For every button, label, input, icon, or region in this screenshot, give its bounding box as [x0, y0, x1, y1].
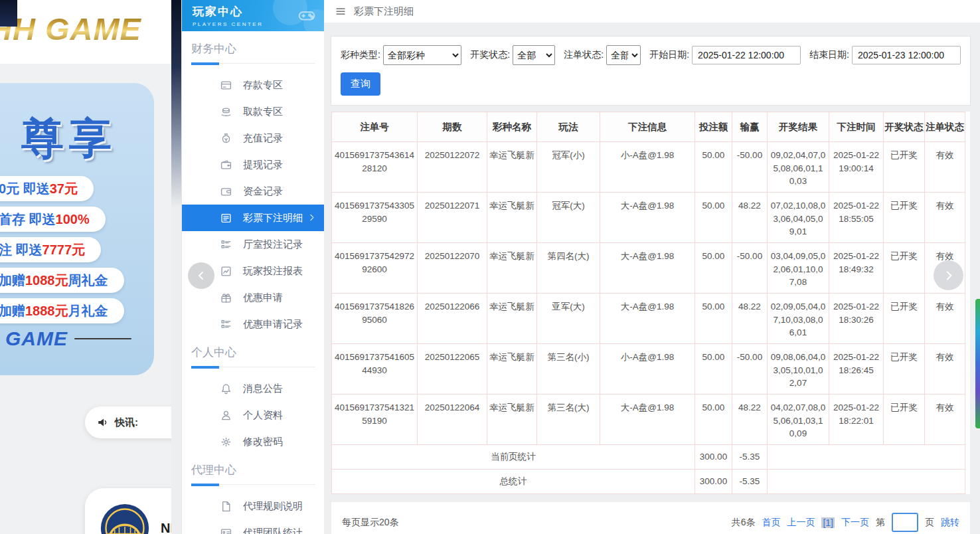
cell-win-loss: 48.22 — [732, 294, 768, 344]
column-header-bet-time: 下注时间 — [829, 112, 884, 142]
summary-bet-total: 300.00 — [695, 470, 732, 494]
total-summary-row: 总统计300.00-5.35 — [332, 470, 965, 494]
section-divider — [191, 63, 315, 64]
withdraw-icon — [220, 106, 232, 118]
cell-order-status: 有效 — [925, 395, 965, 445]
chevron-right-icon — [307, 213, 316, 222]
cell-lottery-name: 幸运飞艇新 — [487, 142, 537, 193]
cell-draw-result: 07,02,10,08,03,06,04,05,09,01 — [768, 193, 829, 243]
sidebar-item[interactable]: 厅室投注记录 — [182, 231, 325, 258]
summary-win-loss: -5.35 — [732, 445, 768, 470]
sidebar-item[interactable]: 资金记录 — [182, 178, 325, 205]
jump-page-input[interactable] — [892, 513, 918, 532]
carousel-next-button[interactable] — [934, 260, 963, 290]
recharge-record-icon — [220, 133, 232, 144]
promo-pill-text: 注 即送 — [0, 242, 42, 257]
start-date-input[interactable] — [692, 46, 801, 64]
cell-win-loss: -50.00 — [732, 243, 768, 294]
cell-order-no: 401569173754160544930 — [332, 344, 418, 395]
cell-bet-amount: 50.00 — [695, 193, 732, 243]
next-page-link[interactable]: 下一页 — [841, 517, 869, 529]
first-page-link[interactable]: 首页 — [762, 517, 780, 529]
cell-period: 20250122064 — [418, 395, 487, 445]
sidebar-item-label: 消息公告 — [243, 383, 283, 395]
query-button[interactable]: 查询 — [341, 72, 380, 96]
promo-footer-logo-text: H GAME — [0, 327, 68, 350]
sidebar-item[interactable]: 优惠申请记录 — [182, 311, 325, 337]
cell-draw-result: 09,02,04,07,05,08,06,01,10,03 — [768, 142, 829, 193]
promo-pill: 加赠1088元周礼金 — [0, 268, 124, 293]
cell-bet-time: 2025-01-22 18:55:05 — [829, 193, 884, 243]
cell-bet-info: 小-A盘@1.98 — [600, 142, 695, 193]
customer-service-widget[interactable] — [975, 299, 980, 428]
promo-pill-text: 加赠 — [0, 304, 25, 318]
bets-table-panel: 注单号期数彩种名称玩法下注信息投注额输赢开奖结果下注时间开奖状态注单状态 401… — [331, 111, 971, 495]
report-icon — [220, 266, 232, 277]
cell-bet-time: 2025-01-22 18:49:32 — [829, 243, 884, 294]
sidebar-item[interactable]: 充值记录 — [182, 125, 325, 151]
bet-detail-icon — [220, 213, 232, 224]
main-content: 彩票下注明细 彩种类型: 全部彩种 开奖状态: 全部 注单状态: 全部 开始 — [324, 0, 980, 534]
sidebar-item-label: 提现记录 — [243, 159, 283, 171]
ticker-label: 快讯: — [115, 416, 138, 429]
column-header-order-status: 注单状态 — [925, 112, 965, 142]
gamepad-icon — [298, 7, 315, 24]
prev-page-link[interactable]: 上一页 — [787, 517, 815, 529]
cell-bet-amount: 50.00 — [695, 294, 732, 344]
lottery-type-label: 彩种类型: — [341, 49, 380, 61]
site-logo: HH GAME — [0, 11, 141, 47]
page-title: 彩票下注明细 — [354, 5, 414, 18]
column-header-win-loss: 输赢 — [732, 112, 768, 142]
background-gap-strip — [171, 0, 181, 534]
gear-icon — [220, 436, 232, 448]
sidebar-item[interactable]: 代理规则说明 — [182, 493, 325, 519]
menu-icon[interactable] — [335, 6, 346, 17]
funds-record-icon — [220, 186, 232, 197]
draw-status-select[interactable]: 全部 — [513, 45, 555, 65]
table-header-row: 注单号期数彩种名称玩法下注信息投注额输赢开奖结果下注时间开奖状态注单状态 — [332, 112, 965, 142]
sidebar-item[interactable]: 提现记录 — [182, 151, 325, 178]
chevron-right-icon — [943, 270, 955, 282]
withdraw-record-icon — [220, 159, 232, 171]
promo-banner[interactable]: 尊享 0元 即送37元首存 即送100%注 即送7777元加赠1088元周礼金加… — [0, 83, 154, 375]
table-row: 40156917375429729260020250122070幸运飞艇新第四名… — [332, 243, 965, 294]
cell-order-no: 401569173754297292600 — [332, 243, 418, 294]
cell-order-status: 有效 — [925, 193, 965, 243]
collapse-sidebar-button[interactable] — [188, 262, 214, 289]
promo-pill-text: 100% — [56, 212, 90, 226]
cell-period: 20250122070 — [418, 243, 487, 294]
promo-pill: 注 即送7777元 — [0, 237, 101, 262]
cell-draw-result: 02,09,05,04,07,10,03,08,06,01 — [768, 294, 829, 344]
table-row: 40156917375416054493020250122065幸运飞艇新第三名… — [332, 344, 965, 395]
sidebar-item[interactable]: 彩票下注明细 — [182, 205, 325, 231]
promo-pill-text: 1888元 — [25, 304, 68, 318]
cell-lottery-name: 幸运飞艇新 — [487, 294, 537, 344]
sidebar-item[interactable]: 消息公告 — [182, 375, 325, 402]
site-logo-band: HH GAME — [0, 0, 171, 64]
sidebar-item[interactable]: 代理团队统计 — [182, 519, 325, 534]
cell-bet-time: 2025-01-22 18:26:45 — [829, 344, 884, 395]
cell-lottery-name: 幸运飞艇新 — [487, 344, 537, 395]
promo-footer-logo: H GAME — [0, 327, 131, 350]
lottery-type-select[interactable]: 全部彩种 — [383, 45, 461, 65]
sidebar-item[interactable]: 个人资料 — [182, 402, 325, 428]
bets-table: 注单号期数彩种名称玩法下注信息投注额输赢开奖结果下注时间开奖状态注单状态 401… — [331, 112, 965, 494]
bet-status-select[interactable]: 全部 — [606, 45, 641, 65]
sidebar-section-heading: 财务中心 — [182, 34, 325, 61]
cell-win-loss: -50.00 — [732, 142, 768, 193]
cell-order-no: 401569173754361428120 — [332, 142, 418, 193]
sidebar-item[interactable]: 取款专区 — [182, 98, 325, 125]
end-date-input[interactable] — [852, 46, 961, 64]
sidebar-item-label: 取款专区 — [243, 106, 283, 118]
end-date-label: 结束日期: — [809, 49, 849, 61]
cell-bet-time: 2025-01-22 18:22:01 — [829, 395, 884, 445]
promo-region: HH GAME 尊享 0元 即送37元首存 即送100%注 即送7777元加赠1… — [0, 0, 171, 534]
cell-bet-info: 大-A盘@1.98 — [600, 395, 695, 445]
jump-button[interactable]: 跳转 — [941, 517, 959, 529]
news-card[interactable]: NE — [85, 488, 171, 534]
cell-play-type: 第四名(大) — [537, 243, 600, 294]
sidebar-item[interactable]: 修改密码 — [182, 428, 325, 455]
sidebar-item[interactable]: 存款专区 — [182, 72, 325, 98]
cell-order-no: 401569173754132159190 — [332, 395, 418, 445]
sidebar-section-heading: 个人中心 — [182, 337, 325, 365]
